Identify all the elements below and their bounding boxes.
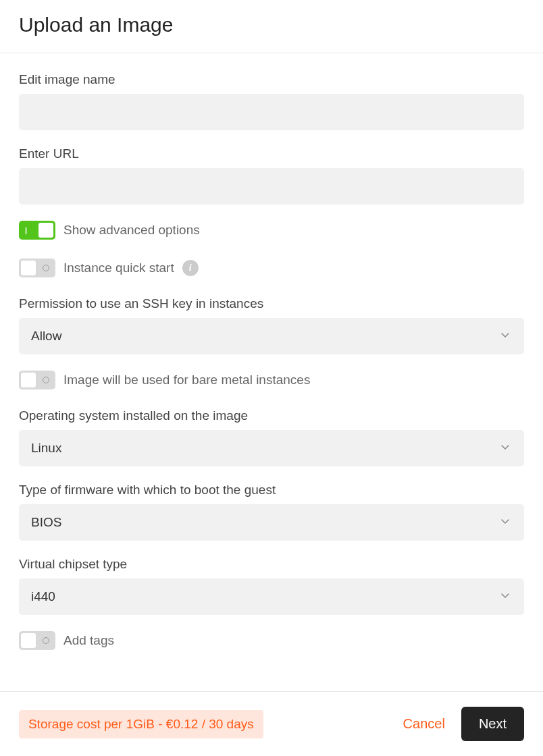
label-add-tags: Add tags: [63, 633, 114, 648]
toggle-knob: [38, 223, 53, 238]
row-add-tags: Add tags: [19, 631, 524, 650]
toggle-bare-metal[interactable]: [19, 371, 55, 389]
field-ssh-permission: Permission to use an SSH key in instance…: [19, 296, 524, 354]
field-url: Enter URL: [19, 146, 524, 205]
dialog-footer: Storage cost per 1GiB - €0.12 / 30 days …: [0, 691, 543, 756]
select-chipset-wrapper: i440: [19, 578, 524, 615]
form-body: Edit image name Enter URL | Show advance…: [0, 53, 543, 691]
label-firmware: Type of firmware with which to boot the …: [19, 483, 524, 497]
toggle-off-indicator-icon: [43, 265, 49, 271]
toggle-on-indicator-icon: |: [25, 226, 27, 234]
label-ssh-permission: Permission to use an SSH key in instance…: [19, 296, 524, 311]
select-os-wrapper: Linux: [19, 430, 524, 466]
select-chipset[interactable]: i440: [19, 578, 524, 615]
label-quick-start: Instance quick start: [63, 261, 174, 275]
toggle-off-indicator-icon: [43, 637, 49, 644]
label-chipset: Virtual chipset type: [19, 557, 524, 572]
select-firmware-wrapper: BIOS: [19, 504, 524, 541]
label-advanced-options: Show advanced options: [63, 223, 200, 238]
next-button[interactable]: Next: [461, 707, 524, 741]
select-firmware-value: BIOS: [31, 515, 61, 530]
label-image-name: Edit image name: [19, 72, 524, 87]
select-ssh-permission-value: Allow: [31, 329, 61, 344]
dialog-header: Upload an Image: [0, 0, 543, 53]
toggle-knob: [21, 261, 36, 275]
field-os: Operating system installed on the image …: [19, 408, 524, 466]
select-ssh-permission[interactable]: Allow: [19, 318, 524, 354]
info-icon[interactable]: i: [182, 260, 199, 276]
select-os-value: Linux: [31, 441, 61, 456]
field-chipset: Virtual chipset type i440: [19, 557, 524, 615]
select-firmware[interactable]: BIOS: [19, 504, 524, 541]
toggle-advanced-options[interactable]: |: [19, 221, 55, 240]
row-bare-metal: Image will be used for bare metal instan…: [19, 371, 524, 389]
input-image-name[interactable]: [19, 94, 524, 130]
label-os: Operating system installed on the image: [19, 408, 524, 423]
label-url: Enter URL: [19, 146, 524, 161]
cancel-button[interactable]: Cancel: [398, 708, 450, 740]
toggle-off-indicator-icon: [43, 377, 49, 383]
select-chipset-value: i440: [31, 589, 55, 604]
storage-cost-badge: Storage cost per 1GiB - €0.12 / 30 days: [19, 710, 263, 738]
toggle-quick-start[interactable]: [19, 259, 55, 277]
page-title: Upload an Image: [19, 14, 524, 36]
toggle-add-tags[interactable]: [19, 631, 55, 650]
toggle-knob: [21, 373, 36, 387]
label-bare-metal: Image will be used for bare metal instan…: [63, 373, 310, 387]
row-quick-start: Instance quick start i: [19, 259, 524, 277]
field-image-name: Edit image name: [19, 72, 524, 130]
select-ssh-permission-wrapper: Allow: [19, 318, 524, 354]
input-url[interactable]: [19, 168, 524, 205]
toggle-knob: [21, 633, 36, 648]
field-firmware: Type of firmware with which to boot the …: [19, 483, 524, 541]
row-advanced-options: | Show advanced options: [19, 221, 524, 240]
select-os[interactable]: Linux: [19, 430, 524, 466]
